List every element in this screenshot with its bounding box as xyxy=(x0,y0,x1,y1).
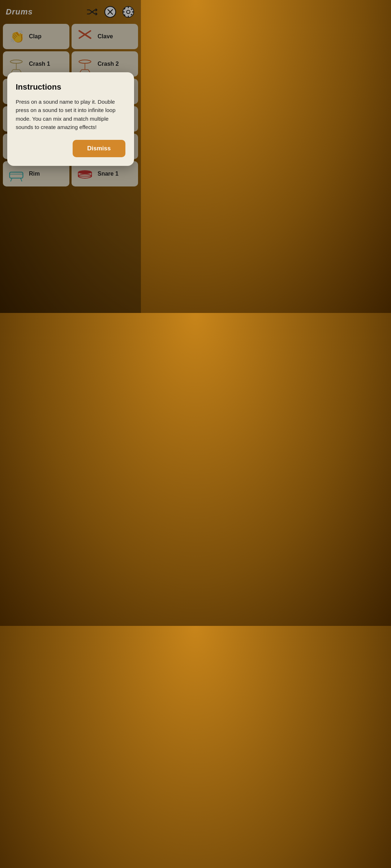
modal-text: Press on a sound name to play it. Double… xyxy=(16,98,125,131)
dismiss-button[interactable]: Dismiss xyxy=(73,140,125,157)
modal-overlay: Instructions Press on a sound name to pl… xyxy=(0,0,141,313)
instructions-modal: Instructions Press on a sound name to pl… xyxy=(7,72,134,166)
modal-title: Instructions xyxy=(16,82,125,92)
